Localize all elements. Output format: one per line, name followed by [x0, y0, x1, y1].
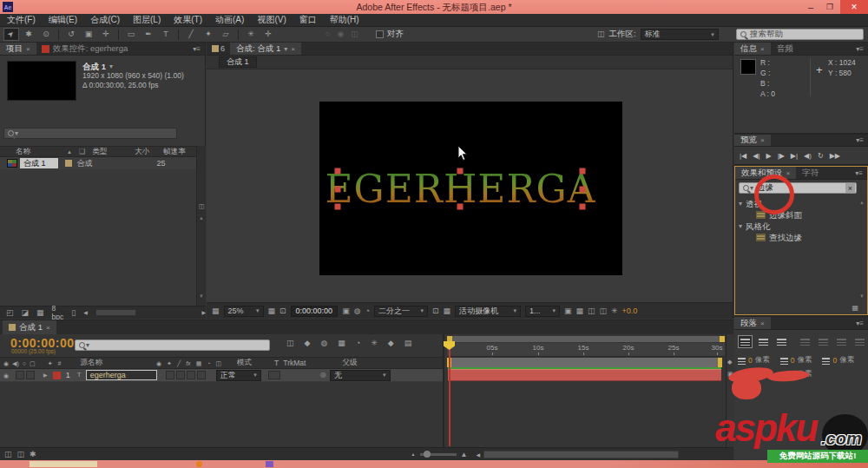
project-row-comp1[interactable]: 合成 1 合成 25 — [0, 157, 196, 169]
frame-blending-icon[interactable]: ▦ — [338, 339, 345, 347]
navigator-start-handle[interactable] — [447, 336, 452, 342]
align-left-button[interactable] — [738, 335, 753, 348]
comp-marker-bin-icon[interactable]: ◆ — [727, 359, 732, 365]
time-navigator[interactable] — [447, 336, 725, 342]
mask-visibility-icon[interactable]: ⊡ — [279, 307, 286, 315]
eraser-tool[interactable]: ▱ — [218, 28, 233, 41]
align-center-button[interactable] — [756, 335, 771, 348]
column-framerate[interactable]: 帧速率 — [163, 147, 186, 157]
next-frame-button[interactable]: |▶ — [778, 152, 785, 160]
audio-toggle-button[interactable]: ◀) — [804, 152, 812, 160]
exposure-value[interactable]: +0.0 — [622, 307, 638, 315]
view-layout-select[interactable]: 1... ▾ — [525, 306, 560, 317]
reset-exposure-icon[interactable]: ✳ — [611, 307, 618, 315]
column-trkmat[interactable]: TrkMat — [283, 359, 306, 367]
snap-toggle[interactable]: 对齐 — [376, 29, 404, 40]
indent-right-field[interactable]: 0 像素 — [822, 355, 854, 366]
selection-handle[interactable] — [457, 168, 464, 175]
project-hscrollbar[interactable] — [95, 309, 137, 316]
chevron-down-icon[interactable]: ▾ — [109, 62, 113, 71]
flowchart-icon[interactable]: ◫ — [199, 203, 205, 209]
timeline-zoom-slider[interactable] — [420, 453, 457, 456]
menu-file[interactable]: 文件(F) — [7, 14, 36, 26]
roto-brush-tool[interactable]: ✳ — [243, 28, 259, 41]
show-channels-icon[interactable]: ◔ — [365, 307, 370, 315]
hide-shy-layers-icon[interactable]: ◍ — [320, 339, 327, 347]
close-button[interactable]: × — [840, 0, 868, 14]
motion-blur-icon[interactable]: ◔ — [356, 339, 360, 347]
brainstorm-icon[interactable]: ✳ — [371, 339, 378, 347]
tab-paragraph[interactable]: 段落 × — [734, 317, 771, 329]
auto-keyframe-icon[interactable]: ◆ — [388, 339, 394, 347]
panel-menu-icon[interactable]: ▾≡ — [856, 135, 868, 146]
align-right-button[interactable] — [774, 335, 789, 348]
rotation-tool[interactable]: ↺ — [63, 28, 79, 41]
show-snapshot-icon[interactable]: ◍ — [354, 307, 361, 315]
scroll-left-icon[interactable]: ◀ — [83, 310, 88, 315]
layer-expand-arrow[interactable]: ▶ — [43, 372, 48, 378]
time-ruler[interactable]: 05s 10s 15s 20s 25s 30s — [447, 343, 725, 357]
loop-button[interactable]: ↻ — [818, 152, 824, 160]
sort-asc-icon[interactable]: ▲ — [67, 149, 72, 155]
layer-switch[interactable] — [197, 371, 206, 379]
timeline-search-box[interactable]: ▾ — [75, 339, 270, 351]
layer-duration-bar[interactable] — [448, 369, 721, 381]
brush-tool[interactable]: ╱ — [183, 28, 199, 41]
project-bpc-label[interactable]: 8 bpc — [52, 304, 64, 321]
justify-all-button[interactable] — [852, 335, 867, 348]
shape-tool[interactable]: ▭ — [123, 28, 139, 41]
work-area-end-handle[interactable] — [718, 358, 722, 367]
indent-left-field[interactable]: 0 像素 — [738, 355, 770, 366]
grid-guides-icon[interactable]: ▦ — [268, 307, 276, 315]
timeline-jump-icon[interactable]: ◫ — [588, 307, 595, 315]
help-search-input[interactable]: 搜索帮助 — [736, 29, 864, 40]
resolution-select[interactable]: 二分之一 ▾ — [374, 306, 428, 317]
scroll-up-icon[interactable]: ▲ — [199, 215, 204, 221]
effect-item-find-edges[interactable]: 查找边缘 — [756, 232, 802, 243]
layer-audio-toggle[interactable] — [16, 371, 24, 379]
breadcrumb-comp1[interactable]: 合成 1 — [219, 56, 257, 68]
tab-effect-controls[interactable]: 效果控件: egerherga — [53, 43, 128, 55]
clone-stamp-tool[interactable]: ✦ — [201, 28, 216, 41]
scroll-left-icon[interactable]: ◀ — [476, 452, 480, 458]
column-mode[interactable]: 模式 — [237, 358, 252, 368]
tab-character[interactable]: 字符 — [796, 167, 825, 179]
timeline-divider[interactable] — [443, 334, 444, 447]
layer-switch[interactable] — [187, 371, 195, 379]
expand-inout-icon[interactable]: ✱ — [30, 451, 36, 458]
layer-trkmat-cell[interactable] — [268, 371, 280, 379]
comp-flowchart-icon[interactable]: ◫ — [600, 307, 608, 315]
type-tool[interactable]: T — [158, 28, 174, 41]
project-comp-title[interactable]: 合成 1 — [82, 62, 106, 71]
taskbar-purple-icon[interactable] — [266, 461, 273, 467]
selection-handle[interactable] — [580, 186, 586, 192]
tab-preview[interactable]: 预览 × — [734, 135, 771, 146]
trash-icon[interactable]: ▯ — [71, 309, 76, 317]
text-selection-box[interactable] — [338, 171, 582, 207]
snap-checkbox[interactable] — [376, 30, 384, 38]
scroll-right-icon[interactable]: ▶ — [201, 310, 206, 315]
justify-last-right-button[interactable] — [834, 335, 849, 348]
tab-info[interactable]: 信息 × — [734, 43, 771, 55]
menu-edit[interactable]: 编辑(E) — [49, 14, 77, 26]
menu-window[interactable]: 窗口 — [299, 14, 317, 26]
tab-composition[interactable]: 合成: 合成 1 ▾ × — [230, 43, 301, 55]
clear-search-icon[interactable]: × — [845, 183, 855, 193]
graph-editor-icon[interactable]: ▤ — [404, 339, 412, 347]
selection-tool[interactable]: ➤ — [3, 28, 19, 41]
selection-handle[interactable] — [335, 204, 341, 210]
layer-name-box[interactable]: egerherga — [86, 370, 157, 380]
zoom-tool[interactable]: ⊙ — [38, 28, 54, 41]
column-name[interactable]: 名称 — [16, 147, 30, 157]
maximize-button[interactable]: ❐ — [821, 0, 838, 13]
playhead-line[interactable] — [449, 349, 450, 446]
pixel-aspect-icon[interactable]: ▣ — [564, 307, 572, 315]
menu-effect[interactable]: 效果(T) — [174, 14, 202, 26]
menu-composition[interactable]: 合成(C) — [90, 14, 120, 26]
panel-menu-icon[interactable]: ▾≡ — [193, 43, 205, 55]
play-button[interactable]: ▶ — [766, 152, 771, 160]
project-search-box[interactable]: ▾ — [3, 128, 177, 139]
selection-handle[interactable] — [457, 204, 464, 210]
work-area-bar[interactable] — [447, 358, 722, 367]
camera-tool[interactable]: ▣ — [81, 28, 96, 41]
